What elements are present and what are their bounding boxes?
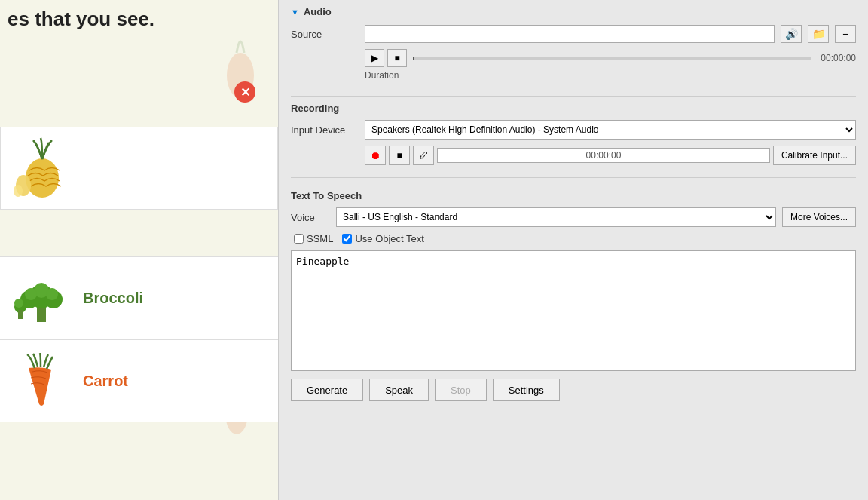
playback-progress [413,57,811,60]
svg-point-15 [14,299,23,308]
pineapple-svg [14,137,71,201]
more-voices-button[interactable]: More Voices... [782,207,856,227]
tts-icon-button[interactable]: 🔊 [781,25,802,43]
stop-rec-button[interactable]: ■ [389,146,410,165]
recording-controls: ⏺ ■ 🖊 00:00:00 Calibrate Input... [291,146,856,165]
record-button[interactable]: ⏺ [365,146,386,165]
pineapple-card[interactable]: Pineapple [0,127,278,210]
calibrate-label: Calibrate Input... [781,150,848,161]
divider-1 [291,96,856,97]
heading-span: es that you see. [8,8,154,30]
carrot-card[interactable]: Carrot [0,339,278,422]
divider-2 [291,177,856,178]
ssml-label: SSML [307,233,333,244]
use-object-text-checkbox[interactable] [342,234,352,244]
audio-section-title: Audio [304,6,332,17]
checkbox-row: SSML Use Object Text [291,233,856,244]
svg-rect-16 [18,310,23,319]
play-button[interactable]: ▶ [365,49,384,67]
minus-icon: − [842,28,848,40]
ssml-checkbox[interactable] [294,234,304,244]
source-row: Source 🔊 📁 − [291,25,856,43]
input-device-label: Input Device [291,124,359,136]
close-button[interactable]: ✕ [234,81,255,103]
tts-header: Text To Speech [291,190,856,201]
rec-time-display: 00:00:00 [437,148,770,163]
rec-time-text: 00:00:00 [586,150,622,161]
right-panel: ▼ Audio Source 🔊 📁 − ▶ ■ 00:00:00 Durati… [279,0,868,500]
pick-color-button[interactable]: 🖊 [413,146,434,165]
stop-rec-icon: ■ [396,150,402,161]
stop-label: Stop [451,385,471,396]
source-label: Source [291,29,359,40]
duration-row: Duration [291,70,856,81]
pick-icon: 🖊 [419,150,428,161]
input-device-select[interactable]: Speakers (Realtek High Definition Audio)… [365,120,856,140]
broccoli-svg [11,268,72,328]
rec-icon: ⏺ [370,149,381,161]
broccoli-image [8,264,75,332]
ssml-checkbox-item: SSML [294,233,333,244]
more-voices-label: More Voices... [790,212,848,222]
heading-text: es that you see. [8,8,154,31]
background [0,0,278,500]
stop-sm-button[interactable]: ■ [387,49,407,67]
use-object-text-checkbox-item: Use Object Text [342,233,424,244]
speak-label: Speak [385,385,413,396]
broccoli-label: Broccoli [83,290,143,307]
source-input[interactable] [365,25,775,43]
audio-section-header: ▼ Audio [291,6,856,17]
speak-button[interactable]: Speak [369,379,429,401]
left-panel: es that you see. ✕ [0,0,279,500]
broccoli-card[interactable]: Broccoli [0,256,278,339]
generate-label: Generate [307,385,347,396]
duration-label: Duration [365,70,399,81]
generate-button[interactable]: Generate [291,379,363,401]
tts-icon: 🔊 [785,28,798,40]
tts-text-area[interactable]: Pineapple [291,250,856,371]
audio-arrow-icon: ▼ [291,8,299,17]
pineapple-image [8,134,76,202]
bottom-buttons: Generate Speak Stop Settings [291,379,856,401]
carrot-image [8,347,75,415]
time-display: 00:00:00 [821,53,856,63]
folder-icon-button[interactable]: 📁 [808,25,829,43]
input-device-row: Input Device Speakers (Realtek High Defi… [291,120,856,140]
minus-icon-button[interactable]: − [835,25,856,43]
carrot-svg [14,353,70,410]
playback-row: ▶ ■ 00:00:00 [291,49,856,67]
settings-button[interactable]: Settings [493,379,560,401]
stop-sm-icon: ■ [394,53,399,63]
svg-point-12 [25,288,37,300]
folder-icon: 📁 [812,28,825,40]
calibrate-button[interactable]: Calibrate Input... [773,146,856,165]
settings-label: Settings [509,385,544,396]
voice-label: Voice [291,212,330,223]
recording-header: Recording [291,103,856,114]
stop-button[interactable]: Stop [435,379,487,401]
svg-point-13 [46,288,58,300]
carrot-label: Carrot [83,373,128,390]
voice-row: Voice Salli - US English - Standard More… [291,207,856,227]
voice-select[interactable]: Salli - US English - Standard [336,207,776,227]
play-icon: ▶ [371,53,378,63]
use-object-text-label: Use Object Text [355,233,424,244]
